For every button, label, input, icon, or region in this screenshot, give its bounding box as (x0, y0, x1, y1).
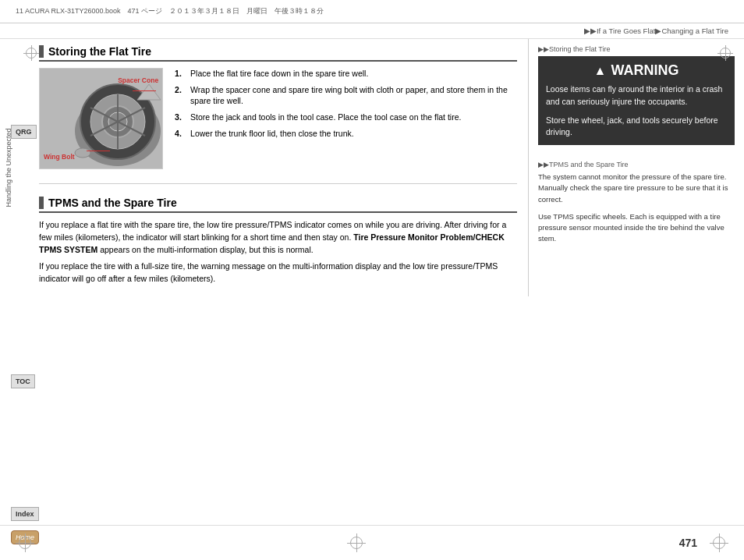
step3-num: 3. (175, 112, 187, 123)
index-tab[interactable]: Index (11, 507, 39, 521)
wing-bolt-line (87, 151, 110, 151)
step-1: 1. Place the flat tire face down in the … (175, 68, 517, 80)
svg-point-9 (75, 148, 90, 158)
tire-image: Spacer Cone Wing Bolt (39, 68, 163, 169)
step-3: 3. Store the jack and tools in the tool … (175, 112, 517, 123)
section2-body2: If you replace the tire with a full-size… (39, 261, 517, 285)
vertical-nav-label: Handling the Unexpected (5, 128, 12, 207)
step4-text: Lower the trunk floor lid, then close th… (190, 128, 354, 140)
warning-line1: Loose items can fly around the interior … (546, 83, 727, 139)
crosshair-bottomleft (16, 533, 34, 552)
right-body1: The system cannot monitor the pressure o… (538, 172, 735, 205)
step2-text: Wrap the spacer cone and spare tire wing… (190, 84, 517, 107)
breadcrumb: ▶▶If a Tire Goes Flat▶Changing a Flat Ti… (0, 23, 744, 39)
right-section1-label: ▶▶Storing the Flat Tire (538, 45, 735, 53)
crosshair-bottomright (710, 533, 728, 552)
steps-container: 1. Place the flat tire face down in the … (175, 68, 517, 177)
step3-text: Store the jack and tools in the tool cas… (190, 112, 461, 123)
section2-header: TPMS and the Spare Tire (39, 197, 517, 213)
section2: TPMS and the Spare Tire If you replace a… (39, 197, 517, 285)
right-section1: ▶▶Storing the Flat Tire ▲ WARNING Loose … (538, 45, 735, 145)
step-4: 4. Lower the trunk floor lid, then close… (175, 128, 517, 140)
warning-box: ▲ WARNING Loose items can fly around the… (538, 56, 735, 145)
right-column: ▶▶Storing the Flat Tire ▲ WARNING Loose … (529, 39, 744, 296)
spacer-cone-label: Spacer Cone (118, 76, 158, 84)
section-bar (39, 45, 44, 58)
step1-num: 1. (175, 68, 187, 80)
right-section2-label: ▶▶TPMS and the Spare Tire (538, 161, 735, 168)
section1-title: Storing the Flat Tire (48, 45, 151, 58)
wing-bolt-label: Wing Bolt (44, 153, 75, 161)
warning-triangle-icon: ▲ (594, 64, 607, 78)
left-column: Storing the Flat Tire (0, 39, 529, 296)
bottom-bar: 471 (0, 525, 744, 560)
section2-bar (39, 197, 44, 209)
page-number: 471 (679, 537, 697, 549)
top-bar: 11 ACURA RLX-31TY26000.book 471 ページ ２０１３… (0, 0, 744, 23)
crosshair-bottomcenter (347, 533, 366, 552)
step1-text: Place the flat tire face down in the spa… (190, 68, 368, 80)
right-section2: ▶▶TPMS and the Spare Tire The system can… (538, 161, 735, 245)
warning-title: ▲ WARNING (546, 62, 727, 79)
crosshair-topright (717, 45, 733, 61)
content-wrapper: QRG TOC Index Home Handling the Unexpect… (0, 39, 744, 296)
top-bar-text: 11 ACURA RLX-31TY26000.book 471 ページ ２０１３… (16, 6, 324, 16)
crosshair-topleft (23, 45, 39, 61)
spacer-cone-line (133, 90, 156, 91)
step4-num: 4. (175, 128, 187, 140)
qrg-tab[interactable]: QRG (11, 125, 37, 139)
section1-content: Spacer Cone Wing Bolt 1. Place the flat … (39, 68, 517, 177)
section1-header: Storing the Flat Tire (39, 45, 517, 62)
step2-num: 2. (175, 84, 187, 107)
section2-body1: If you replace a flat tire with the spar… (39, 219, 517, 256)
right-body2: Use TPMS specific wheels. Each is equipp… (538, 211, 735, 245)
toc-tab[interactable]: TOC (11, 374, 35, 388)
step-2: 2. Wrap the spacer cone and spare tire w… (175, 84, 517, 107)
bottom-right: 471 (679, 533, 728, 552)
section2-title: TPMS and the Spare Tire (48, 197, 177, 209)
section-divider (39, 183, 517, 184)
